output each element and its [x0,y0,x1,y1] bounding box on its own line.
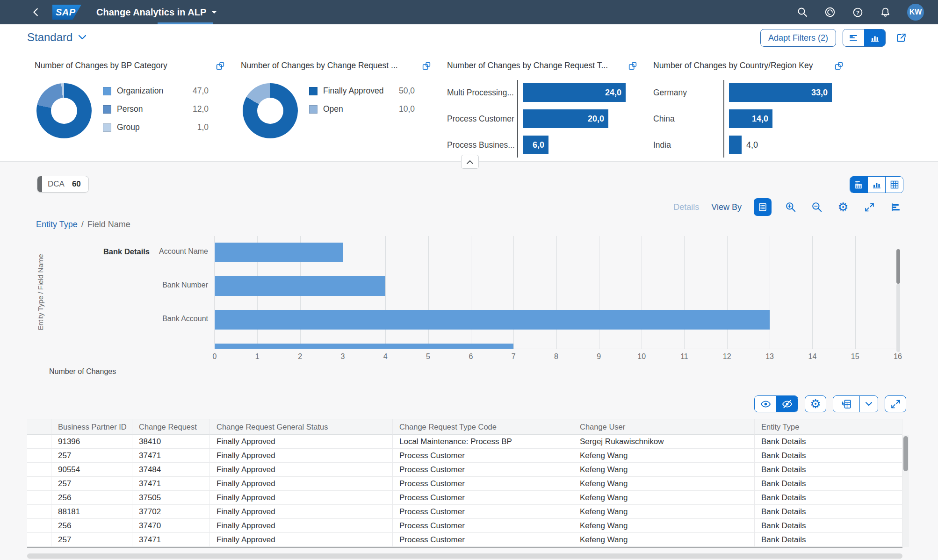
share-icon [895,32,907,44]
row-selector-cell[interactable] [27,449,51,463]
copilot-icon[interactable] [824,6,836,18]
table-row[interactable]: 25737471Finally ApprovedProcess Customer… [27,477,902,491]
table-fullscreen-button[interactable] [885,395,906,412]
table-row[interactable]: 9139638410Finally ApprovedLocal Maintena… [27,435,902,449]
export-menu-button[interactable] [859,396,878,412]
title-caret-icon [211,10,217,14]
kpi-bar[interactable]: 20,0 [523,109,608,128]
view-by-button[interactable]: View By [711,202,742,212]
show-details-button[interactable] [755,396,776,412]
row-selector-cell[interactable] [27,477,51,491]
open-card-button[interactable] [421,61,432,71]
row-selector-cell[interactable] [27,519,51,533]
table-scrollbar-thumb[interactable] [903,436,908,471]
column-header-4[interactable]: Change Request Type Code [393,419,573,435]
app-title-menu[interactable]: Change Analytics in ALP [96,7,217,18]
column-header-3[interactable]: Change Request General Status [210,419,393,435]
export-button[interactable] [833,396,859,412]
donut-chart[interactable] [36,83,92,138]
open-card-button[interactable] [215,61,225,71]
collapse-header-button[interactable] [461,155,479,169]
table-row[interactable]: 25637470Finally ApprovedProcess Customer… [27,519,902,533]
zoom-out-icon [811,201,823,213]
cell: 88181 [51,505,132,519]
hide-details-button[interactable] [776,396,798,412]
adapt-filters-button[interactable]: Adapt Filters (2) [760,29,836,47]
open-card-button[interactable] [628,61,638,71]
kpi-card[interactable]: Number of Changes by BP CategoryOrganiza… [27,54,233,158]
column-header-5[interactable]: Change User [573,419,755,435]
open-card-button[interactable] [834,61,844,71]
gridline [385,236,386,349]
row-selector-cell[interactable] [27,505,51,519]
svg-text:?: ? [856,9,859,15]
cell: Process Customer [393,533,573,547]
column-header-6[interactable]: Entity Type [755,419,902,435]
kpi-card-body: Germany33,0China14,0India4,0 [653,83,844,154]
kpi-view-button[interactable] [864,29,885,46]
table-row[interactable]: 8818137702Finally ApprovedProcess Custom… [27,505,902,519]
zoom-in-button[interactable] [784,200,798,214]
table-row[interactable]: 25637505Finally ApprovedProcess Customer… [27,491,902,505]
legend-item: Finally Approved50,0 [309,86,415,96]
cell: Process Customer [393,505,573,519]
selector-column-header[interactable] [27,419,51,435]
kpi-card[interactable]: Number of Changes by Country/Region KeyG… [646,54,851,158]
chart-scrollbar-thumb[interactable] [896,249,900,284]
chart-fullscreen-button[interactable] [862,200,876,214]
title-underline [158,22,213,24]
cell: Bank Details [755,533,902,547]
kpi-card[interactable]: Number of Changes by Change Request T...… [440,54,645,158]
table-view-button[interactable] [885,177,903,193]
kpi-bar-label: Process Busines... [447,140,517,150]
sap-logo-text: SAP [56,7,76,18]
share-button[interactable] [892,29,910,47]
legend-toggle-button[interactable] [754,198,772,216]
kpi-bar[interactable]: 33,0 [729,83,832,102]
chart-settings-button[interactable]: ⚙ [836,200,850,214]
details-button[interactable]: Details [673,202,699,212]
row-selector-cell[interactable] [27,463,51,477]
kpi-bar[interactable]: 14,0 [729,109,772,128]
chart-bar[interactable] [215,310,770,330]
chart-scrollbar-track[interactable] [896,284,900,352]
notifications-bell-icon[interactable] [880,7,891,18]
kpi-tag-dca[interactable]: DCA 60 [37,176,89,193]
table-row[interactable]: 9055437484Finally ApprovedProcess Custom… [27,463,902,477]
horizontal-scrollbar[interactable] [27,553,902,559]
kpi-bar[interactable] [729,136,742,154]
kpi-bar[interactable]: 24,0 [523,83,626,102]
column-header-2[interactable]: Change Request [132,419,210,435]
hybrid-view-button[interactable] [850,177,867,193]
row-selector-cell[interactable] [27,435,51,449]
cell: Finally Approved [210,477,393,491]
table-row[interactable]: 25737471Finally ApprovedProcess Customer… [27,533,902,547]
chevron-up-icon [466,159,474,165]
variant-selector[interactable]: Standard [27,31,87,44]
back-button[interactable] [31,7,41,17]
fullscreen-icon [864,201,875,213]
export-spreadsheet-icon [841,398,852,410]
table-row[interactable]: 25737471Finally ApprovedProcess Customer… [27,449,902,463]
chart-type-button[interactable] [888,200,902,214]
column-header-1[interactable]: Business Partner ID [51,419,132,435]
zoom-out-button[interactable] [810,200,824,214]
breadcrumb: Entity Type / Field Name [36,220,130,230]
chart-view-button[interactable] [867,177,885,193]
chart-bar[interactable] [215,243,343,262]
table-settings-button[interactable]: ⚙ [805,395,826,412]
help-icon[interactable]: ? [852,7,864,18]
cell: Kefeng Wang [573,533,755,547]
row-selector-cell[interactable] [27,533,51,547]
breadcrumb-entity-type[interactable]: Entity Type [36,220,78,230]
filterbar-view-button[interactable] [843,29,864,46]
kpi-bar[interactable]: 6,0 [523,136,548,154]
search-icon[interactable] [797,7,808,18]
chart-bar-partial[interactable] [215,344,513,349]
row-selector-cell[interactable] [27,491,51,505]
kpi-card[interactable]: Number of Changes by Change Request ...F… [233,54,439,158]
chart-bar[interactable] [215,276,385,296]
avatar[interactable]: KW [907,4,924,21]
donut-chart[interactable] [243,83,298,138]
sap-logo[interactable]: SAP [52,5,81,20]
